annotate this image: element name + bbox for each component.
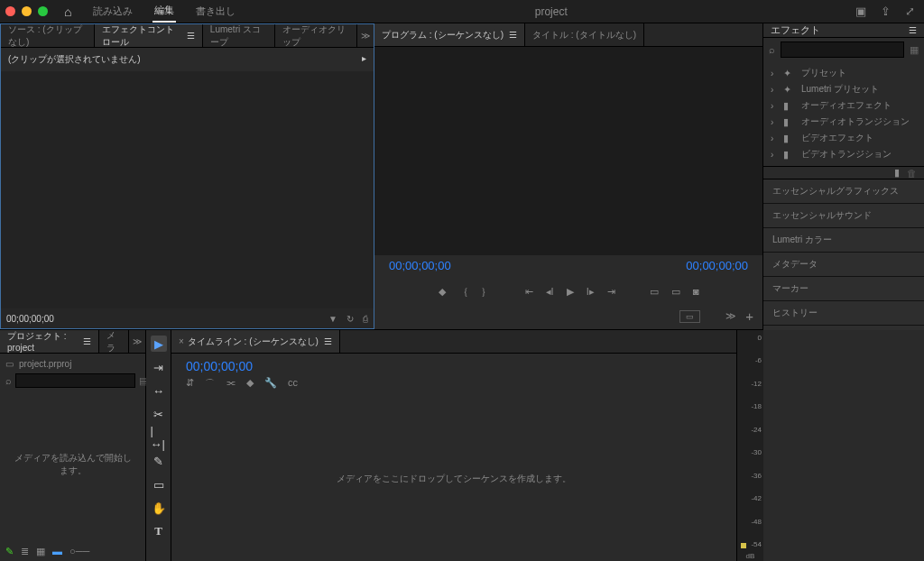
tab-program-label: プログラム : (シーケンスなし): [382, 29, 504, 41]
project-search-input[interactable]: [15, 373, 135, 388]
program-footer: ▭ ≫ +: [374, 303, 762, 329]
close-tab-icon[interactable]: ×: [179, 336, 184, 346]
project-panel: プロジェクト : project☰ メラ ≫ ▭ project.prproj …: [0, 330, 146, 561]
tab-media-browser[interactable]: メラ: [99, 330, 129, 353]
thumbnail-view-icon[interactable]: ▬: [52, 546, 62, 556]
hand-tool[interactable]: ✋: [151, 500, 167, 516]
extract-icon[interactable]: ▭: [671, 286, 680, 298]
timecode-current[interactable]: 00;00;00;00: [389, 259, 451, 272]
tab-audio-clip[interactable]: オーディオクリップ: [275, 24, 357, 47]
step-fwd-icon[interactable]: I▸: [587, 286, 595, 298]
tree-label: Lumetri プリセット: [801, 83, 879, 96]
minimize-window-button[interactable]: [22, 6, 32, 16]
tab-effect-controls[interactable]: エフェクトコントロール☰: [95, 24, 203, 47]
selection-tool[interactable]: ▶: [151, 336, 167, 352]
panel-menu-icon[interactable]: ☰: [83, 336, 91, 346]
search-clear-icon[interactable]: ▦: [910, 44, 919, 56]
step-back-icon[interactable]: ◂I: [546, 286, 554, 298]
tree-video-effects[interactable]: ›▮ビデオエフェクト: [763, 130, 924, 146]
ripple-edit-tool[interactable]: ↔: [151, 382, 167, 399]
workspace-export[interactable]: 書き出し: [194, 1, 237, 22]
slip-tool[interactable]: |↔|: [151, 429, 167, 446]
folder-icon: ▮: [783, 149, 796, 161]
tree-lumetri-presets[interactable]: ›✦Lumetri プリセット: [763, 81, 924, 97]
program-monitor-viewport[interactable]: [374, 47, 762, 255]
timeline-timecode[interactable]: 00;00;00;00: [179, 359, 729, 373]
tab-program[interactable]: プログラム : (シーケンスなし)☰: [374, 23, 525, 46]
overflow-menu-icon[interactable]: ≫: [725, 310, 736, 322]
mark-in-icon[interactable]: ｛: [458, 285, 468, 299]
rectangle-tool[interactable]: ▭: [151, 476, 167, 492]
razor-tool[interactable]: ✂: [151, 406, 167, 422]
timeline-drop-area[interactable]: メディアをここにドロップしてシーケンスを作成します。: [171, 396, 736, 561]
button-editor-icon[interactable]: +: [745, 308, 753, 324]
chevron-right-icon[interactable]: ▸: [362, 53, 366, 66]
panel-menu-icon[interactable]: ☰: [909, 25, 917, 35]
lift-icon[interactable]: ▭: [650, 286, 659, 298]
caption-track-icon[interactable]: cc: [288, 377, 298, 391]
insert-overwrite-icon[interactable]: ⇵: [186, 377, 194, 391]
quick-export-icon[interactable]: ▣: [855, 5, 866, 18]
panel-essential-graphics[interactable]: エッセンシャルグラフィックス: [763, 179, 924, 204]
linked-selection-icon[interactable]: ⫘: [226, 377, 236, 391]
pen-tool[interactable]: ✎: [151, 453, 167, 469]
tab-overflow[interactable]: ≫: [357, 31, 374, 41]
panel-metadata[interactable]: メタデータ: [763, 253, 924, 277]
tree-presets[interactable]: ›✦プリセット: [763, 65, 924, 81]
audio-meter[interactable]: 0 -6 -12 -18 -24 -30 -36 -42 -48 -54 dB: [736, 330, 763, 561]
panel-history[interactable]: ヒストリー: [763, 301, 924, 326]
tab-timeline[interactable]: ×タイムライン : (シーケンスなし)☰: [171, 330, 340, 353]
panel-markers[interactable]: マーカー: [763, 277, 924, 301]
folder-icon: ▮: [783, 116, 796, 128]
tab-lumetri-scopes[interactable]: Lumetri スコープ: [203, 24, 275, 47]
settings-icon[interactable]: 🔧: [264, 377, 277, 391]
effects-search-input[interactable]: [781, 41, 904, 58]
icon-view-icon[interactable]: ▦: [36, 546, 45, 557]
go-out-icon[interactable]: ⇥: [607, 286, 615, 298]
export-frame-icon[interactable]: ◙: [693, 286, 699, 297]
tool-column: ▶ ⇥ ↔ ✂ |↔| ✎ ▭ ✋ T: [146, 330, 171, 561]
comparison-view-icon[interactable]: ▭: [679, 310, 700, 323]
go-in-icon[interactable]: ⇤: [525, 286, 533, 298]
mark-out-icon[interactable]: ｝: [481, 285, 491, 299]
folder-icon: ▮: [783, 133, 796, 144]
freeform-view-icon[interactable]: ✎: [5, 546, 14, 557]
delete-bin-icon[interactable]: 🗑: [907, 168, 917, 179]
type-tool[interactable]: T: [151, 523, 167, 539]
new-bin-icon[interactable]: ▮: [894, 167, 900, 179]
workspace-edit[interactable]: 編集: [152, 0, 176, 23]
no-clip-message: (クリップが選択されていません): [8, 53, 141, 66]
share-icon[interactable]: ⇪: [881, 5, 891, 18]
panel-menu-icon[interactable]: ☰: [509, 30, 517, 40]
tree-video-transitions[interactable]: ›▮ビデオトランジション: [763, 146, 924, 162]
snap-icon[interactable]: ⌒: [205, 377, 215, 391]
list-view-icon[interactable]: ≣: [21, 546, 29, 557]
fullscreen-icon[interactable]: ⤢: [905, 5, 915, 18]
tab-overflow[interactable]: ≫: [129, 336, 145, 346]
panel-lumetri-color[interactable]: Lumetri カラー: [763, 228, 924, 253]
timeline-toggle-icons: ⇵ ⌒ ⫘ ◆ 🔧 cc: [179, 373, 729, 394]
loop-icon[interactable]: ↻: [346, 314, 354, 324]
track-select-tool[interactable]: ⇥: [151, 359, 167, 375]
close-window-button[interactable]: [5, 6, 15, 16]
tab-source[interactable]: ソース : (クリップなし): [1, 24, 95, 47]
filter-icon[interactable]: ▼: [328, 314, 337, 324]
play-icon[interactable]: ▶: [567, 286, 574, 298]
tree-audio-transitions[interactable]: ›▮オーディオトランジション: [763, 114, 924, 130]
panel-menu-icon[interactable]: ☰: [187, 31, 195, 41]
tick: -24: [751, 426, 762, 434]
add-marker-icon[interactable]: ◆: [439, 286, 446, 298]
tab-project[interactable]: プロジェクト : project☰: [0, 330, 99, 353]
panel-essential-sound[interactable]: エッセンシャルサウンド: [763, 204, 924, 228]
export-frame-icon[interactable]: ⎙: [363, 314, 368, 324]
marker-icon[interactable]: ◆: [246, 377, 254, 391]
tab-title[interactable]: タイトル : (タイトルなし): [525, 23, 644, 46]
tick: -12: [751, 380, 762, 388]
workspace-import[interactable]: 読み込み: [91, 1, 134, 22]
panel-menu-icon[interactable]: ☰: [324, 336, 332, 346]
tree-audio-effects[interactable]: ›▮オーディオエフェクト: [763, 97, 924, 114]
zoom-slider[interactable]: ○──: [69, 546, 89, 556]
timeline-header: 00;00;00;00 ⇵ ⌒ ⫘ ◆ 🔧 cc: [171, 354, 736, 396]
maximize-window-button[interactable]: [38, 6, 48, 16]
home-icon[interactable]: ⌂: [64, 5, 71, 19]
